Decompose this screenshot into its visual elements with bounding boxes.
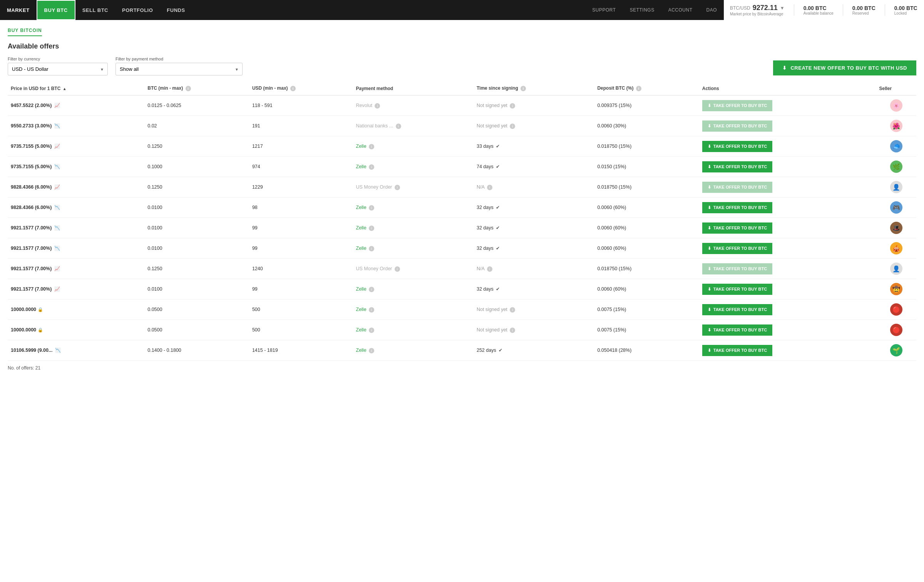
actions-cell-6[interactable]: ⬇ TAKE OFFER TO BUY BTC bbox=[699, 218, 876, 238]
nav-buy-btc[interactable]: BUY BTC bbox=[37, 0, 75, 20]
avatar-1[interactable]: 🌺 bbox=[890, 120, 902, 132]
payment-info-icon[interactable]: i bbox=[395, 185, 400, 190]
payment-info-icon[interactable]: i bbox=[369, 144, 374, 149]
avatar-2[interactable]: 🧢 bbox=[890, 140, 902, 152]
payment-info-icon[interactable]: i bbox=[369, 164, 374, 170]
currency-select[interactable]: USD - US Dollar bbox=[8, 63, 108, 75]
time-info-icon3[interactable]: i bbox=[510, 124, 515, 129]
currency-select-wrapper[interactable]: USD - US Dollar bbox=[8, 63, 108, 75]
payment-info-icon[interactable]: i bbox=[369, 287, 374, 292]
time-info-icon3[interactable]: i bbox=[510, 328, 515, 333]
nav-market[interactable]: MARKET bbox=[0, 0, 37, 20]
payment-info-icon[interactable]: i bbox=[369, 205, 374, 211]
seller-cell-3[interactable]: 🌿 bbox=[876, 157, 916, 177]
payment-link[interactable]: Zelle bbox=[356, 144, 367, 149]
payment-link[interactable]: Zelle bbox=[356, 327, 367, 333]
take-offer-button-3[interactable]: ⬇ TAKE OFFER TO BUY BTC bbox=[702, 161, 772, 172]
nav-sell-btc[interactable]: SELL BTC bbox=[75, 0, 115, 20]
take-offer-button-10[interactable]: ⬇ TAKE OFFER TO BUY BTC bbox=[702, 304, 772, 315]
payment-cell-12[interactable]: Zelle i bbox=[353, 340, 474, 361]
nav-support[interactable]: Support bbox=[585, 0, 623, 20]
payment-info-icon[interactable]: i bbox=[396, 124, 401, 129]
payment-cell-10[interactable]: Zelle i bbox=[353, 299, 474, 320]
seller-cell-2[interactable]: 🧢 bbox=[876, 136, 916, 157]
seller-cell-11[interactable]: 🔴 bbox=[876, 320, 916, 340]
payment-link[interactable]: Zelle bbox=[356, 246, 367, 251]
nav-portfolio[interactable]: PORTFOLIO bbox=[115, 0, 160, 20]
seller-cell-6[interactable]: 🎩 bbox=[876, 218, 916, 238]
payment-cell-9[interactable]: Zelle i bbox=[353, 279, 474, 299]
actions-cell-9[interactable]: ⬇ TAKE OFFER TO BUY BTC bbox=[699, 279, 876, 299]
take-offer-button-2[interactable]: ⬇ TAKE OFFER TO BUY BTC bbox=[702, 141, 772, 152]
time-info-icon2[interactable]: i bbox=[487, 266, 492, 272]
th-price[interactable]: Price in USD for 1 BTC ▲ bbox=[8, 82, 144, 95]
payment-cell-6[interactable]: Zelle i bbox=[353, 218, 474, 238]
actions-cell-11[interactable]: ⬇ TAKE OFFER TO BUY BTC bbox=[699, 320, 876, 340]
take-offer-button-12[interactable]: ⬇ TAKE OFFER TO BUY BTC bbox=[702, 345, 772, 356]
avatar-10[interactable]: 🔴 bbox=[890, 303, 902, 316]
avatar-7[interactable]: 🎪 bbox=[890, 242, 902, 254]
seller-cell-9[interactable]: 🤠 bbox=[876, 279, 916, 299]
payment-info-icon[interactable]: i bbox=[395, 266, 400, 272]
avatar-8[interactable]: 👤 bbox=[890, 263, 902, 275]
payment-info-icon[interactable]: i bbox=[369, 328, 374, 333]
btc-info-icon[interactable]: i bbox=[186, 86, 191, 91]
payment-cell-5[interactable]: Zelle i bbox=[353, 197, 474, 218]
payment-select-wrapper[interactable]: Show all bbox=[116, 63, 243, 75]
take-offer-button-5[interactable]: ⬇ TAKE OFFER TO BUY BTC bbox=[702, 202, 772, 213]
deposit-info-icon[interactable]: i bbox=[636, 86, 641, 91]
payment-link[interactable]: Zelle bbox=[356, 348, 367, 353]
avatar-12[interactable]: 🌱 bbox=[890, 344, 902, 356]
time-info-icon3[interactable]: i bbox=[510, 103, 515, 109]
take-offer-button-7[interactable]: ⬇ TAKE OFFER TO BUY BTC bbox=[702, 243, 772, 254]
avatar-4[interactable]: 👤 bbox=[890, 181, 902, 193]
payment-info-icon[interactable]: i bbox=[375, 103, 380, 109]
payment-link[interactable]: Zelle bbox=[356, 205, 367, 210]
avatar-5[interactable]: 🎮 bbox=[890, 201, 902, 214]
actions-cell-3[interactable]: ⬇ TAKE OFFER TO BUY BTC bbox=[699, 157, 876, 177]
payment-info-icon[interactable]: i bbox=[369, 246, 374, 251]
nav-dao[interactable]: DAO bbox=[699, 0, 724, 20]
seller-cell-8[interactable]: 👤 bbox=[876, 259, 916, 279]
payment-cell-2[interactable]: Zelle i bbox=[353, 136, 474, 157]
price-dropdown-icon[interactable]: ▼ bbox=[780, 5, 785, 11]
payment-info-icon[interactable]: i bbox=[369, 226, 374, 231]
payment-cell-7[interactable]: Zelle i bbox=[353, 238, 474, 259]
payment-link[interactable]: Zelle bbox=[356, 307, 367, 312]
actions-cell-5[interactable]: ⬇ TAKE OFFER TO BUY BTC bbox=[699, 197, 876, 218]
seller-cell-12[interactable]: 🌱 bbox=[876, 340, 916, 361]
take-offer-button-9[interactable]: ⬇ TAKE OFFER TO BUY BTC bbox=[702, 284, 772, 295]
take-offer-button-6[interactable]: ⬇ TAKE OFFER TO BUY BTC bbox=[702, 222, 772, 234]
actions-cell-2[interactable]: ⬇ TAKE OFFER TO BUY BTC bbox=[699, 136, 876, 157]
create-offer-button[interactable]: ⬇ CREATE NEW OFFER TO BUY BTC WITH USD bbox=[773, 60, 916, 75]
payment-info-icon[interactable]: i bbox=[369, 307, 374, 313]
payment-link[interactable]: Zelle bbox=[356, 286, 367, 292]
seller-cell-1[interactable]: 🌺 bbox=[876, 116, 916, 136]
seller-cell-7[interactable]: 🎪 bbox=[876, 238, 916, 259]
time-info-icon2[interactable]: i bbox=[487, 185, 492, 190]
take-offer-button-11[interactable]: ⬇ TAKE OFFER TO BUY BTC bbox=[702, 324, 772, 336]
time-info-icon3[interactable]: i bbox=[510, 307, 515, 313]
actions-cell-10[interactable]: ⬇ TAKE OFFER TO BUY BTC bbox=[699, 299, 876, 320]
payment-link[interactable]: Zelle bbox=[356, 225, 367, 231]
seller-cell-4[interactable]: 👤 bbox=[876, 177, 916, 197]
seller-cell-0[interactable]: 🌸 bbox=[876, 95, 916, 116]
payment-cell-3[interactable]: Zelle i bbox=[353, 157, 474, 177]
payment-select[interactable]: Show all bbox=[116, 63, 243, 75]
seller-cell-10[interactable]: 🔴 bbox=[876, 299, 916, 320]
time-info-icon[interactable]: i bbox=[521, 86, 526, 91]
avatar-0[interactable]: 🌸 bbox=[890, 99, 902, 112]
avatar-3[interactable]: 🌿 bbox=[890, 161, 902, 173]
payment-info-icon[interactable]: i bbox=[369, 348, 374, 353]
nav-funds[interactable]: FUNDS bbox=[160, 0, 192, 20]
avatar-11[interactable]: 🔴 bbox=[890, 324, 902, 336]
actions-cell-7[interactable]: ⬇ TAKE OFFER TO BUY BTC bbox=[699, 238, 876, 259]
usd-info-icon[interactable]: i bbox=[290, 86, 296, 91]
payment-cell-11[interactable]: Zelle i bbox=[353, 320, 474, 340]
nav-settings[interactable]: Settings bbox=[623, 0, 661, 20]
seller-cell-5[interactable]: 🎮 bbox=[876, 197, 916, 218]
payment-link[interactable]: Zelle bbox=[356, 164, 367, 169]
nav-account[interactable]: Account bbox=[661, 0, 700, 20]
avatar-9[interactable]: 🤠 bbox=[890, 283, 902, 295]
avatar-6[interactable]: 🎩 bbox=[890, 222, 902, 234]
